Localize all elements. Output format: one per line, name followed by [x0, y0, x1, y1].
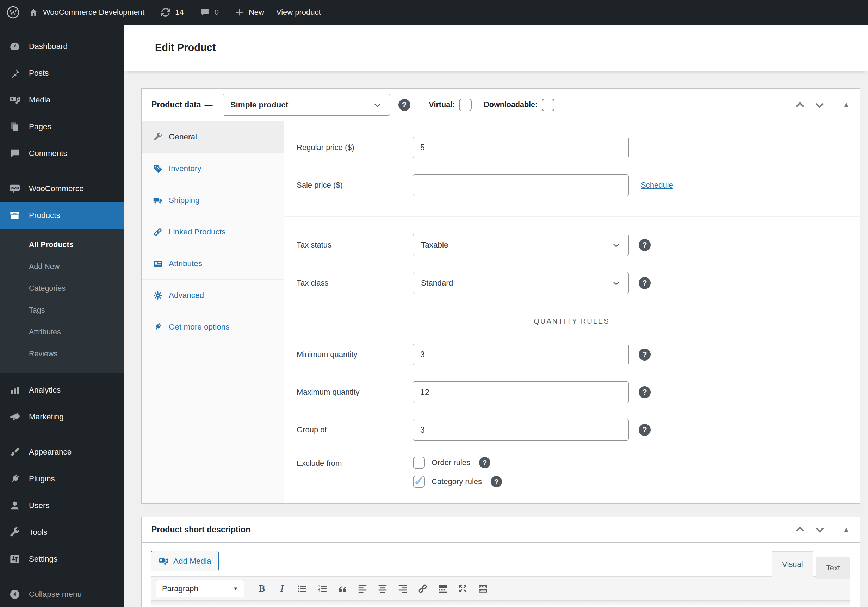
submenu-item-all-products[interactable]: All Products — [0, 234, 124, 255]
svg-text:3: 3 — [318, 589, 320, 593]
svg-text:Woo: Woo — [11, 186, 19, 190]
minimum-quantity-input[interactable] — [413, 344, 629, 365]
editor-content[interactable]: This is going be used — [151, 601, 850, 607]
tab-get-more-options[interactable]: Get more options — [142, 311, 284, 343]
sidebar-item-users[interactable]: Users — [0, 492, 124, 519]
minimum-quantity-help-icon[interactable]: ? — [639, 348, 651, 361]
megaphone-icon — [9, 411, 20, 423]
sidebar-item-woocommerce[interactable]: Woo WooCommerce — [0, 175, 124, 202]
sidebar-item-posts[interactable]: Posts — [0, 60, 124, 87]
category-rules-checkbox[interactable] — [413, 476, 425, 488]
tag-icon — [153, 164, 163, 173]
bulleted-list-icon — [297, 584, 307, 594]
submenu-item-tags[interactable]: Tags — [0, 299, 124, 321]
move-down-icon[interactable] — [813, 98, 826, 111]
wordpress-logo-icon[interactable]: W — [6, 6, 20, 19]
product-type-select[interactable]: Simple product — [223, 94, 390, 116]
italic-button[interactable]: I — [272, 579, 292, 598]
regular-price-label: Regular price ($) — [297, 143, 413, 152]
link-icon — [417, 584, 428, 594]
fullscreen-button[interactable] — [453, 579, 473, 598]
tab-shipping[interactable]: Shipping — [142, 184, 284, 216]
regular-price-input[interactable] — [413, 136, 629, 158]
sale-price-input[interactable] — [413, 174, 629, 196]
sidebar-item-dashboard[interactable]: Dashboard — [0, 33, 124, 60]
page-title: Edit Product — [155, 42, 215, 54]
updates-indicator[interactable]: 14 — [161, 8, 183, 17]
paragraph-format-select[interactable]: Paragraph ▼ — [156, 580, 244, 598]
group-of-input[interactable] — [413, 419, 629, 441]
svg-text:W: W — [9, 8, 17, 17]
plug-icon — [153, 322, 163, 332]
sidebar-item-products[interactable]: Products — [0, 202, 124, 229]
group-of-help-icon[interactable]: ? — [639, 424, 651, 436]
product-data-body: General Inventory Shipping Linked Produc… — [142, 121, 860, 503]
move-up-icon[interactable] — [793, 98, 807, 111]
chevron-down-icon — [373, 100, 382, 110]
submenu-item-reviews[interactable]: Reviews — [0, 343, 124, 365]
comments-indicator[interactable]: 0 — [200, 8, 219, 17]
order-rules-help-icon[interactable]: ? — [479, 457, 490, 468]
sidebar-item-appearance[interactable]: Appearance — [0, 439, 124, 466]
tab-inventory[interactable]: Inventory — [142, 153, 284, 184]
bulleted-list-button[interactable] — [292, 579, 312, 598]
align-right-icon — [397, 584, 408, 594]
insert-link-button[interactable] — [412, 579, 432, 598]
tab-general[interactable]: General — [142, 121, 284, 153]
sidebar-item-pages[interactable]: Pages — [0, 113, 124, 140]
move-up-icon[interactable] — [793, 523, 807, 536]
site-menu[interactable]: WooCommerce Development — [29, 8, 144, 17]
content-area: Product data — Simple product ? Virtual:… — [124, 71, 868, 607]
sidebar-item-marketing[interactable]: Marketing — [0, 404, 124, 430]
move-down-icon[interactable] — [813, 523, 826, 536]
tab-visual[interactable]: Visual — [772, 551, 814, 577]
tax-status-help-icon[interactable]: ? — [639, 239, 651, 251]
numbered-list-button[interactable]: 123 — [312, 579, 332, 598]
tab-linked-products[interactable]: Linked Products — [142, 216, 284, 248]
tab-advanced[interactable]: Advanced — [142, 280, 284, 311]
read-more-tag-button[interactable] — [432, 579, 453, 598]
align-center-button[interactable] — [372, 579, 392, 598]
sidebar-item-comments[interactable]: Comments — [0, 140, 124, 167]
editor-top-row: Add Media Visual Text — [151, 551, 850, 576]
tab-text[interactable]: Text — [816, 557, 850, 579]
schedule-link[interactable]: Schedule — [641, 181, 673, 190]
sidebar-item-media[interactable]: Media — [0, 87, 124, 113]
submenu-item-attributes[interactable]: Attributes — [0, 321, 124, 343]
add-media-button[interactable]: Add Media — [151, 551, 219, 571]
submenu-item-add-new[interactable]: Add New — [0, 255, 124, 277]
blockquote-button[interactable] — [332, 579, 352, 598]
tab-attributes[interactable]: Attributes — [142, 248, 284, 280]
bold-button[interactable]: B — [252, 579, 272, 598]
keyboard-shortcuts-button[interactable] — [473, 579, 493, 598]
virtual-checkbox[interactable] — [459, 99, 472, 111]
collapse-panel-icon[interactable]: ▲ — [843, 526, 850, 534]
view-product-link[interactable]: View product — [276, 8, 321, 17]
maximum-quantity-input[interactable] — [413, 381, 629, 403]
panel-controls: ▲ — [793, 98, 850, 111]
sidebar-item-analytics[interactable]: Analytics — [0, 377, 124, 404]
maximum-quantity-help-icon[interactable]: ? — [639, 386, 651, 398]
order-rules-checkbox[interactable] — [413, 457, 425, 469]
tax-class-select[interactable]: Standard — [413, 272, 629, 294]
sidebar-item-settings[interactable]: Settings — [0, 546, 124, 573]
collapse-panel-icon[interactable]: ▲ — [843, 101, 850, 109]
new-menu[interactable]: New — [235, 8, 264, 17]
comment-icon — [200, 8, 210, 17]
category-rules-help-icon[interactable]: ? — [491, 476, 502, 487]
comments-icon — [9, 148, 20, 159]
collapse-menu-button[interactable]: Collapse menu — [0, 582, 124, 607]
align-left-button[interactable] — [352, 579, 372, 598]
align-right-button[interactable] — [392, 579, 412, 598]
submenu-item-categories[interactable]: Categories — [0, 277, 124, 299]
virtual-label: Virtual: — [429, 100, 455, 109]
tax-class-help-icon[interactable]: ? — [639, 277, 651, 289]
product-type-help-icon[interactable]: ? — [398, 99, 411, 111]
wysiwyg-editor: Paragraph ▼ B I 123 — [151, 576, 850, 607]
tax-status-select[interactable]: Taxable — [413, 234, 629, 256]
downloadable-label: Downloadable: — [484, 100, 538, 109]
sidebar-item-plugins[interactable]: Plugins — [0, 466, 124, 492]
sidebar-item-tools[interactable]: Tools — [0, 519, 124, 546]
chevron-down-icon — [612, 240, 621, 249]
downloadable-checkbox[interactable] — [542, 99, 555, 111]
